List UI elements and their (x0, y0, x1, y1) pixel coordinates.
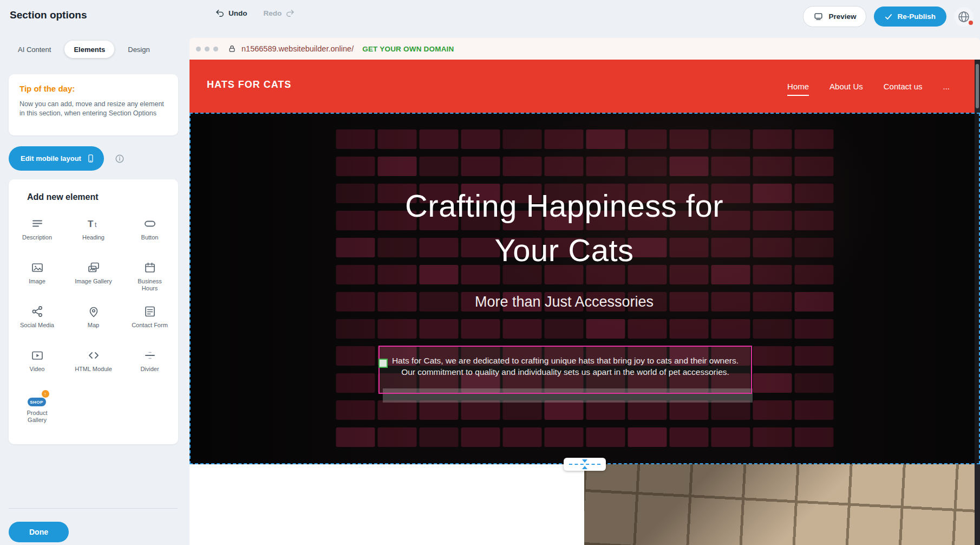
element-contact-form[interactable]: Contact Form (122, 300, 178, 343)
brick-tile (753, 373, 792, 393)
brick-tile (420, 292, 459, 312)
hero-section-selected[interactable]: Crafting Happiness for Your Cats More th… (190, 113, 980, 464)
element-label: Contact Form (132, 322, 168, 329)
element-heading[interactable]: Tt Heading (66, 212, 122, 256)
arrow-down-icon (582, 459, 587, 463)
element-html-module[interactable]: HTML Module (66, 343, 122, 387)
brick-tile (753, 157, 792, 176)
element-video[interactable]: Video (9, 343, 66, 387)
element-image[interactable]: Image (9, 256, 66, 300)
element-image-gallery[interactable]: Image Gallery (66, 256, 122, 300)
video-icon (30, 348, 44, 363)
brick-tile (753, 129, 792, 149)
element-map[interactable]: Map (66, 300, 122, 343)
section-height-resize-handle[interactable] (564, 458, 606, 471)
brick-tile (753, 211, 792, 230)
element-label: HTML Module (75, 366, 112, 373)
brick-tile (628, 157, 667, 176)
done-button[interactable]: Done (9, 522, 69, 542)
get-domain-link[interactable]: GET YOUR OWN DOMAIN (362, 45, 454, 53)
tab-design[interactable]: Design (119, 41, 159, 58)
element-label: Image Gallery (75, 278, 112, 285)
element-product-gallery[interactable]: SHOP ↑ Product Gallery (9, 387, 66, 431)
selected-text-element[interactable]: Hats for Cats, we are dedicated to craft… (378, 346, 752, 394)
site-logo[interactable]: HATS FOR CATS (207, 79, 291, 90)
social-media-icon (30, 304, 44, 319)
tab-elements[interactable]: Elements (64, 41, 114, 58)
brick-tile (795, 373, 834, 393)
brick-tile (711, 157, 750, 176)
brick-tile (586, 400, 625, 420)
brick-tile (711, 319, 750, 339)
brick-tile (753, 238, 792, 257)
business-hours-icon (143, 260, 157, 275)
brick-tile (461, 319, 500, 339)
hero-subheading[interactable]: More than Just Accessories (475, 294, 654, 310)
brick-tile (586, 129, 625, 149)
element-description[interactable]: Description (9, 212, 66, 256)
next-section[interactable] (190, 464, 980, 545)
brick-tile (711, 400, 750, 420)
brick-tile (795, 238, 834, 257)
element-label: Heading (82, 234, 104, 241)
page-scrollbar[interactable] (975, 60, 980, 545)
brick-tile (420, 129, 459, 149)
brick-tile (670, 292, 709, 312)
preview-label: Preview (828, 12, 856, 21)
brick-tile (586, 319, 625, 339)
undo-icon (215, 9, 225, 18)
brick-tile (336, 265, 375, 284)
brick-tile (336, 238, 375, 257)
preview-icon (813, 12, 824, 21)
tip-of-the-day-card: Tip of the day: Now you can add, move an… (9, 74, 178, 135)
button-icon (143, 216, 157, 231)
info-icon[interactable] (115, 154, 125, 164)
window-dots-icon (196, 47, 218, 51)
language-globe-button[interactable] (954, 7, 974, 27)
element-label: Product Gallery (18, 410, 57, 424)
nav-about-us[interactable]: About Us (829, 82, 863, 91)
edit-mobile-label: Edit mobile layout (21, 154, 81, 163)
element-social-media[interactable]: Social Media (9, 300, 66, 343)
hero-paragraph[interactable]: Hats for Cats, we are dedicated to craft… (380, 347, 751, 378)
element-label: Button (141, 234, 159, 241)
element-business-hours[interactable]: Business Hours (122, 256, 178, 300)
brick-tile (336, 129, 375, 149)
brick-tile (336, 211, 375, 230)
scrollbar-thumb[interactable] (976, 64, 979, 108)
nav-home[interactable]: Home (787, 82, 809, 91)
brick-tile (420, 157, 459, 176)
nav-contact-us[interactable]: Contact us (884, 82, 923, 91)
edit-mobile-layout-button[interactable]: Edit mobile layout (9, 146, 104, 171)
brick-tile (378, 400, 417, 420)
builder-topbar: Section options Undo Redo Preview (0, 0, 980, 31)
element-divider[interactable]: Divider (122, 343, 178, 387)
brick-tile (378, 129, 417, 149)
brick-tile (503, 319, 542, 339)
edit-mobile-row: Edit mobile layout (9, 146, 125, 171)
brick-tile (795, 319, 834, 339)
brick-tile (503, 129, 542, 149)
site-header: HATS FOR CATS Home About Us Contact us .… (190, 60, 980, 113)
tab-ai-content[interactable]: AI Content (9, 41, 60, 58)
site-url: n1566589.websitebuilder.online/ (241, 44, 354, 53)
brick-tile (670, 129, 709, 149)
undo-button[interactable]: Undo (215, 9, 247, 18)
heading-icon: Tt (87, 216, 101, 231)
brick-tile (628, 319, 667, 339)
brick-tile (461, 427, 500, 447)
element-button[interactable]: Button (122, 212, 178, 256)
nav-more[interactable]: ... (943, 82, 950, 91)
brick-tile (670, 157, 709, 176)
brick-tile (795, 400, 834, 420)
preview-button[interactable]: Preview (803, 6, 866, 27)
hero-heading[interactable]: Crafting Happiness for Your Cats (386, 184, 743, 272)
page-title: Section options (10, 9, 87, 21)
element-label: Description (22, 234, 52, 241)
description-icon (31, 216, 44, 231)
add-element-title: Add new element (9, 192, 178, 202)
brick-tile (753, 265, 792, 284)
redo-button[interactable]: Redo (264, 9, 295, 18)
element-resize-handle[interactable] (378, 359, 388, 368)
republish-button[interactable]: Re-Publish (874, 7, 946, 27)
